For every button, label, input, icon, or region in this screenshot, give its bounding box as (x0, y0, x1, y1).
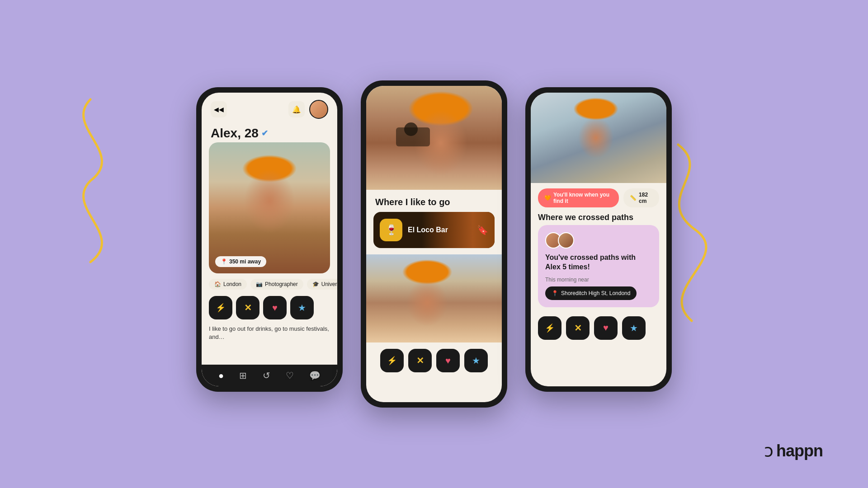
phone3-heart-btn[interactable]: ♥ (594, 316, 618, 340)
height-badge: 📏 182 cm (623, 188, 659, 207)
crossed-title-text: Where we crossed paths (538, 213, 633, 222)
verified-badge: ✔ (261, 128, 268, 138)
action-buttons: ⚡ ✕ ♥ ★ (202, 292, 337, 323)
nav-heart[interactable]: ♡ (286, 370, 294, 381)
pin-icon: 📍 (552, 290, 558, 296)
bottom-nav: ● ⊞ ↺ ♡ 💬 (202, 365, 337, 386)
phone2-lightning-btn[interactable]: ⚡ (380, 349, 404, 372)
home-icon: 🏠 (214, 281, 221, 287)
phone3-top-photo (531, 93, 666, 183)
tag-university[interactable]: 🎓 Universit… (307, 279, 337, 290)
phone-2: Where I like to go 🍷 El Loco Bar 🔖 ⚡ ✕ ♥… (361, 80, 507, 408)
happn-logo: ↄ happn (764, 441, 823, 461)
heart-small-icon: 🧡 (544, 195, 551, 201)
tag-photographer[interactable]: 📷 Photographer (250, 279, 303, 290)
distance-badge: 📍 350 mi away (215, 256, 266, 267)
crossed-section-title: Where we crossed paths (531, 210, 666, 222)
place-card[interactable]: 🍷 El Loco Bar 🔖 (373, 212, 495, 248)
crossed-avatars (545, 232, 652, 249)
profile-name: Alex, 28 ✔ (202, 122, 337, 142)
badges-row: 🧡 You'll know when you find it 📏 182 cm (531, 183, 666, 210)
phone3-action-row: ⚡ ✕ ♥ ★ (531, 310, 666, 346)
crossed-text: You've crossed paths with Alex 5 times! (545, 253, 652, 272)
nav-home[interactable]: ● (218, 371, 224, 381)
education-icon: 🎓 (312, 281, 319, 287)
bio-text: I like to go out for drinks, go to music… (202, 323, 337, 346)
morning-label: This morning near (545, 277, 652, 283)
phone2-close-btn[interactable]: ✕ (408, 349, 432, 372)
phone2-top-photo (366, 86, 502, 190)
relationship-text: You'll know when you find it (553, 192, 613, 204)
nav-grid[interactable]: ⊞ (239, 370, 247, 381)
section-title-places: Where I like to go (366, 190, 502, 212)
phone3-star-btn[interactable]: ★ (622, 316, 646, 340)
close-button[interactable]: ✕ (236, 296, 259, 319)
section-title-text: Where I like to go (375, 197, 450, 207)
star-button[interactable]: ★ (290, 296, 314, 319)
place-icon: 🍷 (380, 219, 402, 241)
header-right: 🔔 (288, 100, 328, 119)
happn-logo-text: happn (776, 441, 823, 460)
phone2-heart-btn[interactable]: ♥ (436, 349, 460, 372)
lightning-button[interactable]: ⚡ (209, 296, 232, 319)
relationship-badge: 🧡 You'll know when you find it (538, 188, 619, 207)
back-icon: ◀◀ (214, 106, 224, 113)
notification-button[interactable]: 🔔 (288, 101, 305, 117)
time-text: This morning near (545, 277, 589, 283)
tag-london[interactable]: 🏠 London (209, 279, 247, 290)
nav-back[interactable]: ↺ (263, 370, 270, 381)
phone-1: ◀◀ 🔔 Alex, 28 ✔ 📍 350 mi awa (196, 87, 343, 392)
phone-3: 🧡 You'll know when you find it 📏 182 cm … (525, 87, 672, 392)
avatar[interactable] (309, 100, 328, 119)
phone3-close-btn[interactable]: ✕ (566, 316, 590, 340)
height-text: 182 cm (639, 192, 653, 204)
phone2-bottom-photo (366, 254, 502, 343)
tags-row: 🏠 London 📷 Photographer 🎓 Universit… (202, 273, 337, 292)
happn-logo-icon: ↄ (764, 441, 774, 461)
location-text: Shoreditch High St, Londond (561, 290, 630, 296)
distance-text: 350 mi away (229, 258, 261, 265)
phone2-star-btn[interactable]: ★ (464, 349, 488, 372)
camera-lens (404, 122, 418, 136)
phone1-header: ◀◀ 🔔 (202, 93, 337, 122)
phone3-lightning-btn[interactable]: ⚡ (538, 316, 561, 340)
back-button[interactable]: ◀◀ (211, 101, 227, 117)
nav-chat[interactable]: 💬 (309, 370, 321, 381)
name-text: Alex, 28 (211, 126, 259, 141)
main-scene: ◀◀ 🔔 Alex, 28 ✔ 📍 350 mi awa (0, 0, 868, 488)
crossed-avatar-2 (558, 232, 574, 249)
heart-button[interactable]: ♥ (263, 296, 287, 319)
phone2-action-row: ⚡ ✕ ♥ ★ (366, 343, 502, 379)
place-name: El Loco Bar (408, 226, 448, 234)
bookmark-icon[interactable]: 🔖 (477, 225, 488, 235)
bell-icon: 🔔 (292, 105, 301, 114)
location-pill: 📍 Shoreditch High St, Londond (545, 286, 637, 300)
main-photo: 📍 350 mi away (209, 142, 330, 273)
location-icon: 📍 (221, 258, 227, 265)
bio-content: I like to go out for drinks, go to music… (209, 325, 329, 340)
crossed-count-text: You've crossed paths with Alex 5 times! (545, 253, 636, 271)
camera-icon: 📷 (256, 281, 263, 287)
crossed-paths-card: You've crossed paths with Alex 5 times! … (538, 225, 659, 307)
ruler-icon: 📏 (630, 195, 637, 201)
